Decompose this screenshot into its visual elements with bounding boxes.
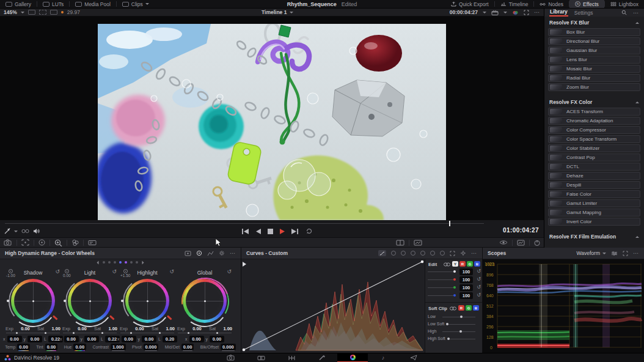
target-icon[interactable]: [196, 250, 202, 256]
param-value[interactable]: 0.000: [144, 344, 159, 350]
effect-chromatic-adaptation[interactable]: Chromatic Adaptation: [548, 117, 640, 125]
link-channels-icon[interactable]: [450, 306, 456, 311]
effect-aces-transform[interactable]: ACES Transform: [548, 108, 640, 116]
sat-value[interactable]: 1.00: [223, 326, 232, 331]
viewer-mode-toggle-1[interactable]: [28, 10, 35, 15]
effect-dehaze[interactable]: Dehaze: [548, 172, 640, 180]
zoom-tool-icon[interactable]: [54, 239, 62, 246]
param-value[interactable]: 0.00: [73, 344, 86, 350]
effect-directional-blur[interactable]: Directional Blur: [548, 37, 640, 45]
lum-vs-sat-icon[interactable]: [420, 251, 425, 256]
sc-channel-g-button[interactable]: G: [466, 305, 472, 311]
zone-dot[interactable]: [136, 261, 138, 264]
eye-icon[interactable]: [499, 240, 508, 245]
effect-dctl[interactable]: DCTL: [548, 163, 640, 171]
hdr-zone-pager[interactable]: [0, 261, 241, 264]
exp-slider[interactable]: [63, 333, 117, 333]
step-back-button[interactable]: [256, 229, 261, 234]
effect-color-compressor[interactable]: Color Compressor: [548, 126, 640, 134]
color-wheel[interactable]: [68, 279, 112, 323]
playhead-marker[interactable]: [449, 221, 450, 226]
exp-slider[interactable]: [120, 333, 174, 333]
scope-settings-icon[interactable]: [611, 251, 618, 256]
reset-icon[interactable]: ↺: [112, 268, 117, 275]
quick-export-button[interactable]: Quick Export: [445, 0, 494, 8]
source-timecode[interactable]: 00:00:04:27: [450, 9, 478, 15]
effect-gaussian-blur[interactable]: Gaussian Blur: [548, 46, 640, 54]
gain-value-r[interactable]: 100: [459, 276, 473, 283]
section-header-blur[interactable]: Resolve FX Blur: [544, 18, 644, 27]
hue-vs-sat-icon[interactable]: [401, 251, 406, 256]
timeline-selector[interactable]: Timeline 1: [262, 9, 293, 15]
media-pool-button[interactable]: Media Pool: [70, 0, 116, 8]
options-menu-icon[interactable]: ⋯: [471, 250, 477, 256]
channel-r-button[interactable]: R: [459, 261, 466, 267]
sat-value[interactable]: 1.00: [166, 326, 175, 331]
zone-range[interactable]: +1.50: [120, 269, 130, 278]
grab-still-icon[interactable]: [4, 239, 12, 246]
tab-settings[interactable]: Settings: [574, 10, 593, 16]
viewer-mode-toggle-3[interactable]: [50, 10, 57, 15]
chevron-down-icon[interactable]: [503, 12, 507, 13]
curves-editor[interactable]: [242, 260, 424, 352]
effect-invert-color[interactable]: Invert Color: [548, 218, 640, 226]
zone-dot[interactable]: [103, 261, 105, 264]
reset-icon[interactable]: ↺: [169, 268, 174, 275]
page-cut[interactable]: [246, 353, 276, 362]
zone-dot[interactable]: [108, 261, 111, 264]
color-wheel[interactable]: [183, 279, 227, 323]
image-wipe-icon[interactable]: [414, 240, 422, 246]
3d-glasses-icon[interactable]: [21, 229, 29, 234]
wipe-frame-icon[interactable]: [21, 239, 29, 246]
color-wheel[interactable]: [11, 279, 55, 323]
section-header-film-emulation[interactable]: Resolve FX Film Emulation: [544, 232, 644, 241]
pointer-tool-icon[interactable]: [4, 228, 10, 234]
timeline-scrubber[interactable]: [5, 223, 484, 224]
param-value[interactable]: 0.00: [181, 344, 194, 350]
page-deliver[interactable]: [398, 353, 429, 362]
loop-button[interactable]: [306, 228, 313, 234]
gain-slider-r[interactable]: [428, 279, 455, 280]
page-edit[interactable]: [276, 353, 307, 362]
param-value[interactable]: 0.00: [45, 344, 58, 350]
viewer-zoom-value[interactable]: 145%: [4, 9, 17, 15]
link-channels-icon[interactable]: [444, 262, 450, 267]
clip-info-icon[interactable]: [88, 240, 97, 246]
page-fairlight[interactable]: ♪: [368, 353, 398, 362]
channel-b-button[interactable]: B: [474, 261, 480, 267]
zone-range[interactable]: 0.00: [63, 269, 71, 278]
color-viewer-icon[interactable]: [512, 10, 519, 15]
effect-lens-blur[interactable]: Lens Blur: [548, 56, 640, 64]
low-soft-slider[interactable]: [447, 324, 475, 325]
expand-icon[interactable]: [623, 251, 628, 256]
reset-icon[interactable]: ↺: [477, 284, 481, 290]
hue-vs-lum-icon[interactable]: [411, 251, 415, 256]
reset-icon[interactable]: ↺: [477, 268, 481, 274]
gain-value-y[interactable]: 100: [459, 268, 473, 275]
sat-vs-lum-icon[interactable]: [440, 251, 445, 256]
timeline-button[interactable]: Timeline: [495, 0, 534, 8]
options-menu-icon[interactable]: ⋯: [230, 250, 236, 256]
luts-button[interactable]: LUTs: [37, 0, 69, 8]
gear-icon[interactable]: [219, 250, 225, 256]
chevron-right-icon[interactable]: [142, 260, 144, 264]
chevron-left-icon[interactable]: [97, 260, 99, 264]
high-soft-slider[interactable]: [448, 339, 475, 339]
exp-slider[interactable]: [6, 333, 60, 333]
param-value[interactable]: 1.000: [111, 344, 126, 350]
clapper-icon[interactable]: [491, 10, 499, 15]
viewer-mode-toggle-2[interactable]: [39, 10, 46, 15]
highlight-icon[interactable]: [38, 239, 45, 246]
scopes-toggle-icon[interactable]: [517, 240, 525, 246]
stop-button[interactable]: [268, 229, 273, 234]
play-button[interactable]: [280, 229, 285, 234]
effect-color-space-transform[interactable]: Color Space Transform: [548, 135, 640, 143]
effect-color-stabilizer[interactable]: Color Stabilizer: [548, 144, 640, 152]
gear-icon[interactable]: [460, 250, 466, 256]
zone-range[interactable]: -1.00: [6, 269, 15, 278]
zone-dot[interactable]: [130, 261, 133, 264]
effect-mosaic-blur[interactable]: Mosaic Blur: [548, 65, 640, 73]
page-fusion[interactable]: [307, 353, 337, 362]
options-menu-icon[interactable]: ⋯: [633, 10, 639, 16]
reset-icon[interactable]: ↺: [477, 292, 481, 298]
